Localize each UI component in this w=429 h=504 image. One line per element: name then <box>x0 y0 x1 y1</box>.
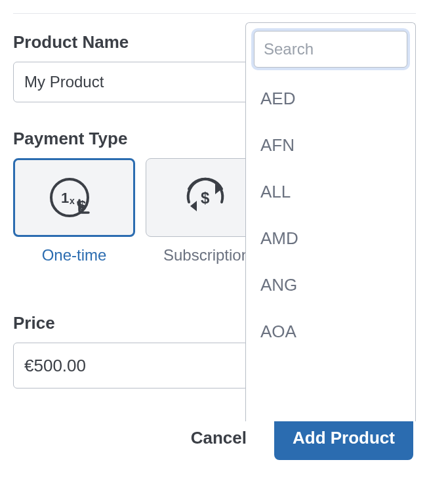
price-input[interactable] <box>13 343 249 388</box>
payment-tile-one-time[interactable]: 1 x $ <box>13 158 135 237</box>
payment-label-subscription: Subscription <box>163 246 250 264</box>
cancel-button[interactable]: Cancel <box>186 421 252 455</box>
add-product-button[interactable]: Add Product <box>274 416 413 460</box>
one-time-icon: 1 x $ <box>48 173 100 222</box>
currency-option[interactable]: AMD <box>246 215 415 262</box>
currency-options-list: AED AFN ALL AMD ANG AOA <box>246 73 415 355</box>
currency-search-input[interactable] <box>254 31 407 68</box>
svg-marker-5 <box>190 201 197 211</box>
currency-option[interactable]: AOA <box>246 308 415 355</box>
svg-text:$: $ <box>201 189 210 207</box>
svg-text:$: $ <box>79 198 86 213</box>
divider <box>13 13 416 14</box>
payment-label-one-time: One-time <box>42 246 107 264</box>
currency-option[interactable]: AED <box>246 75 415 122</box>
currency-option[interactable]: AFN <box>246 122 415 169</box>
svg-text:1: 1 <box>61 190 69 206</box>
payment-option-one-time[interactable]: 1 x $ One-time <box>13 158 135 264</box>
currency-dropdown[interactable]: AED AFN ALL AMD ANG AOA <box>245 22 416 421</box>
svg-text:x: x <box>70 196 75 206</box>
currency-option[interactable]: ALL <box>246 169 415 215</box>
subscription-icon: $ <box>177 173 236 222</box>
currency-option[interactable]: ANG <box>246 262 415 308</box>
